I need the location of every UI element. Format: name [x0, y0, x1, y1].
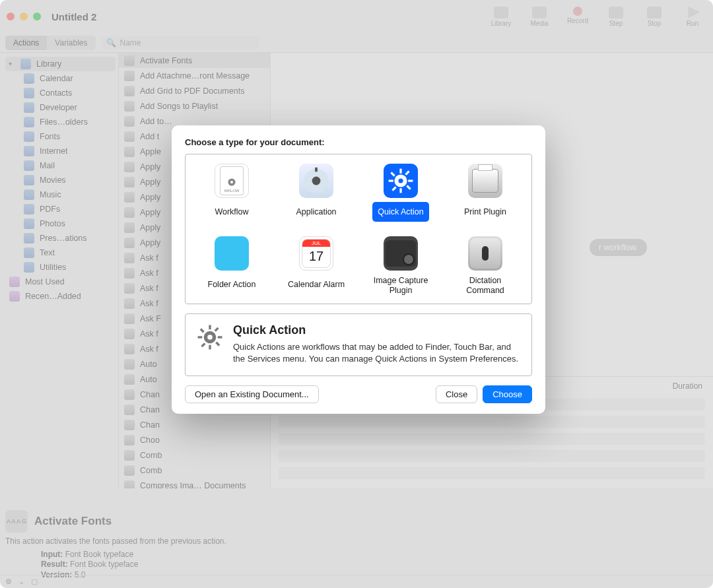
media-icon	[532, 7, 547, 18]
category-icon	[24, 204, 34, 214]
sidebar-item[interactable]: Files…olders	[5, 115, 116, 129]
action-row[interactable]: Compress Ima… Documents	[119, 478, 270, 488]
category-icon	[24, 233, 34, 244]
sidebar-item[interactable]: PDFs	[5, 202, 116, 216]
sidebar-item[interactable]: Photos	[5, 216, 116, 231]
record-icon	[573, 7, 582, 16]
sidebar-item[interactable]: Movies	[5, 173, 116, 187]
doc-type-dict[interactable]: Dictation Command	[443, 234, 527, 300]
panel-toggle-icon[interactable]: ▢	[31, 577, 38, 586]
chevron-down-icon[interactable]: ⌄	[18, 577, 24, 586]
dialog-title: Choose a type for your document:	[185, 137, 532, 147]
doc-type-app[interactable]: Application	[274, 161, 358, 224]
maximize-window-button[interactable]	[33, 13, 41, 20]
action-row[interactable]: Add Songs to Playlist	[119, 98, 270, 114]
category-icon	[24, 175, 34, 185]
action-icon	[124, 450, 135, 461]
sidebar-item[interactable]: Contacts	[5, 86, 116, 100]
svg-rect-19	[198, 336, 203, 338]
action-row[interactable]: Add Attachme…ront Message	[119, 68, 270, 83]
folder-icon	[215, 236, 249, 271]
action-icon	[124, 480, 135, 489]
doc-type-workflow[interactable]: WFLOWWorkflow	[189, 161, 274, 224]
action-icon	[124, 298, 135, 309]
choose-button[interactable]: Choose	[483, 385, 532, 403]
action-row[interactable]: Comb	[119, 463, 270, 478]
sidebar-item[interactable]: Pres…ations	[5, 231, 116, 245]
toolbar-library[interactable]: Library	[487, 7, 515, 27]
doc-type-print[interactable]: Print Plugin	[443, 161, 527, 224]
action-row[interactable]: Add Grid to PDF Documents	[119, 83, 270, 98]
library-sidebar: ▸ Library CalendarContactsDeveloperFiles…	[0, 53, 119, 488]
action-icon	[124, 222, 135, 233]
type-label: Quick Action	[372, 202, 428, 222]
sidebar-item[interactable]: Mail	[5, 158, 116, 173]
action-icon	[124, 405, 135, 415]
action-row[interactable]: Activate Fonts	[119, 53, 270, 68]
sidebar-item[interactable]: Calendar	[5, 71, 116, 86]
library-tabs: Actions Variables	[5, 36, 96, 50]
category-icon	[24, 247, 34, 258]
action-icon	[124, 147, 135, 157]
stop-icon	[647, 7, 662, 18]
sidebar-item[interactable]: Developer	[5, 100, 116, 115]
cal-icon: JUL17	[299, 236, 333, 271]
toolbar-media[interactable]: Media	[526, 7, 553, 27]
search-input[interactable]: 🔍 Name	[101, 36, 259, 49]
action-row[interactable]: Choo	[119, 432, 270, 447]
toolbar-step[interactable]: Step	[602, 7, 630, 27]
titlebar: Untitled 2 Library Media Record Step Sto…	[0, 0, 713, 33]
duration-label: Duration	[673, 381, 702, 391]
sidebar-library-root[interactable]: ▸ Library	[5, 57, 116, 71]
sidebar-group[interactable]: Recen…Added	[5, 289, 116, 304]
toolbar-run[interactable]: Run	[679, 7, 706, 27]
doc-type-quick[interactable]: Quick Action	[358, 161, 443, 224]
action-icon	[124, 268, 135, 278]
library-icon	[494, 7, 508, 18]
gear-icon[interactable]: ⚙︎	[5, 577, 12, 586]
close-window-button[interactable]	[7, 13, 15, 20]
action-icon	[124, 329, 135, 339]
dict-icon	[468, 236, 502, 271]
description-text: Quick Actions are workflows that may be …	[233, 341, 521, 365]
sidebar-item[interactable]: Text	[5, 245, 116, 260]
svg-rect-7	[399, 169, 401, 174]
svg-rect-13	[405, 170, 409, 175]
new-document-dialog: Choose a type for your document: WFLOWWo…	[172, 125, 545, 414]
toolbar-stop[interactable]: Stop	[640, 7, 668, 27]
type-label: Calendar Alarm	[283, 275, 350, 294]
action-row[interactable]: Chan	[119, 417, 270, 432]
close-button[interactable]: Close	[436, 385, 477, 403]
svg-rect-17	[209, 325, 211, 330]
category-icon	[24, 160, 34, 171]
sidebar-item[interactable]: Utilities	[5, 260, 116, 275]
sidebar-item[interactable]: Fonts	[5, 129, 116, 144]
action-row[interactable]: Comb	[119, 447, 270, 463]
folder-icon	[9, 277, 20, 287]
type-label: Application	[290, 202, 341, 222]
tab-variables[interactable]: Variables	[47, 36, 95, 50]
detail-title: Activate Fonts	[34, 515, 112, 528]
category-icon	[24, 131, 34, 142]
sidebar-group[interactable]: Most Used	[5, 275, 116, 289]
toolbar-record[interactable]: Record	[564, 7, 592, 27]
category-icon	[24, 218, 34, 229]
sidebar-item[interactable]: Internet	[5, 144, 116, 158]
sidebar-item[interactable]: Music	[5, 187, 116, 202]
automator-window: Untitled 2 Library Media Record Step Sto…	[0, 0, 713, 588]
minimize-window-button[interactable]	[20, 13, 28, 20]
doc-type-img[interactable]: Image Capture Plugin	[358, 234, 443, 300]
step-icon	[609, 7, 623, 18]
description-title: Quick Action	[233, 323, 521, 337]
category-icon	[24, 117, 34, 127]
svg-rect-18	[209, 345, 211, 350]
doc-type-folder[interactable]: Folder Action	[189, 234, 274, 300]
tab-actions[interactable]: Actions	[5, 36, 47, 50]
action-icon	[124, 313, 135, 324]
doc-type-cal[interactable]: JUL17Calendar Alarm	[274, 234, 358, 300]
folder-icon	[9, 291, 20, 302]
type-label: Image Capture Plugin	[361, 275, 440, 297]
open-existing-button[interactable]: Open an Existing Document...	[185, 385, 319, 403]
svg-point-1	[230, 181, 233, 183]
action-detail: A A A G Activate Fonts This action activ…	[5, 510, 269, 581]
